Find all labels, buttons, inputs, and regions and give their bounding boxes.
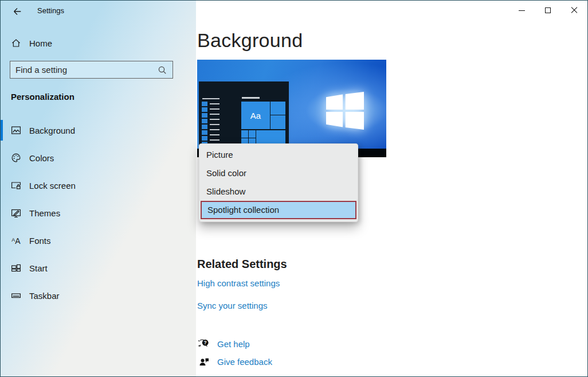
preview-tile	[271, 102, 285, 115]
selected-indicator	[1, 120, 3, 141]
tile-group-title	[242, 97, 260, 99]
give-feedback-row[interactable]: Give feedback	[198, 356, 272, 367]
sidebar-item-colors[interactable]: Colors	[1, 144, 196, 172]
back-button[interactable]	[9, 4, 26, 19]
svg-text:?: ?	[204, 340, 207, 345]
tile-label: Aa	[250, 111, 261, 121]
close-button[interactable]	[561, 1, 587, 20]
sidebar-item-label: Start	[29, 263, 48, 273]
taskbar-icon	[11, 290, 21, 301]
dropdown-item-solid-color[interactable]: Solid color	[199, 164, 358, 182]
help-chat-icon: ?	[198, 338, 210, 349]
sidebar-item-label: Background	[29, 126, 75, 135]
related-settings-heading: Related Settings	[197, 258, 287, 271]
minimize-button[interactable]	[508, 1, 535, 20]
search-box	[10, 61, 173, 79]
get-help-row[interactable]: ? Get help	[198, 338, 250, 349]
feedback-person-icon	[198, 356, 210, 367]
pinned-icons-column	[202, 102, 207, 146]
sidebar-nav: Background Colors Lock screen	[1, 116, 196, 309]
main-content: Background Aa Pict	[196, 1, 587, 376]
lock-screen-icon	[11, 180, 21, 191]
app-title: Settings	[37, 6, 64, 15]
high-contrast-settings-link[interactable]: High contrast settings	[197, 278, 280, 288]
sidebar-item-background[interactable]: Background	[1, 116, 196, 144]
sidebar-item-taskbar[interactable]: Taskbar	[1, 282, 196, 309]
palette-icon	[11, 153, 21, 163]
preview-tile	[271, 115, 285, 129]
sidebar-item-lock-screen[interactable]: Lock screen	[1, 172, 196, 199]
start-tiles-icon	[11, 263, 21, 273]
page-title: Background	[197, 29, 303, 52]
sidebar: Settings Home Personalization	[1, 1, 196, 376]
dropdown-item-slideshow[interactable]: Slideshow	[199, 182, 358, 201]
search-input[interactable]	[15, 65, 157, 75]
fonts-icon: AA	[11, 235, 21, 246]
sync-your-settings-link[interactable]: Sync your settings	[197, 301, 268, 310]
sidebar-item-label: Lock screen	[29, 181, 76, 191]
sidebar-item-fonts[interactable]: AA Fonts	[1, 227, 196, 254]
menu-item-dashes	[210, 98, 219, 144]
preview-tile-aa: Aa	[241, 102, 270, 129]
close-icon	[571, 7, 578, 14]
section-heading-personalization: Personalization	[11, 92, 75, 102]
maximize-button[interactable]	[535, 1, 561, 20]
background-preview: Aa	[197, 60, 386, 157]
give-feedback-link[interactable]: Give feedback	[217, 357, 272, 367]
sidebar-item-label: Fonts	[29, 236, 51, 246]
get-help-link[interactable]: Get help	[217, 339, 250, 349]
background-type-dropdown: Picture Solid color Slideshow Spotlight …	[199, 143, 358, 222]
home-icon	[11, 38, 21, 48]
themes-icon	[11, 208, 21, 218]
sidebar-item-label: Taskbar	[29, 291, 60, 301]
sidebar-item-label: Themes	[29, 208, 60, 218]
maximize-icon	[545, 7, 551, 13]
dropdown-item-picture[interactable]: Picture	[199, 146, 358, 164]
home-label: Home	[29, 38, 52, 48]
sidebar-item-label: Colors	[29, 153, 54, 163]
settings-window: Settings Home Personalization	[0, 0, 588, 377]
search-icon[interactable]	[157, 65, 167, 75]
back-arrow-icon	[12, 6, 22, 17]
sidebar-item-themes[interactable]: Themes	[1, 199, 196, 227]
dropdown-item-spotlight-collection[interactable]: Spotlight collection	[201, 201, 356, 219]
window-controls	[508, 1, 587, 20]
sidebar-item-start[interactable]: Start	[1, 254, 196, 282]
image-icon	[11, 125, 21, 135]
sidebar-item-home[interactable]: Home	[11, 36, 52, 50]
windows-logo-icon	[326, 92, 364, 130]
minimize-icon	[519, 10, 525, 11]
